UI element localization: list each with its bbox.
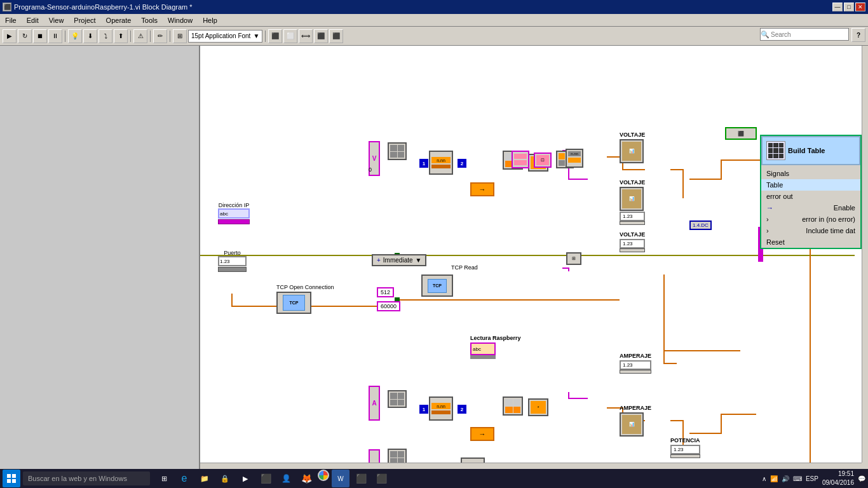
tcp-read-node: TCP [421, 274, 453, 297]
media-player[interactable]: ▶ [236, 470, 254, 487]
help-button[interactable]: ? [851, 28, 865, 42]
menu-file[interactable]: File [0, 15, 22, 25]
top-block-group-1 [388, 142, 407, 160]
abort-button[interactable]: ⏹ [33, 29, 47, 43]
potencia-1-node: POTENCIA 1.23 [670, 437, 700, 458]
separator-4 [170, 30, 170, 42]
pink-block-2: ⊡ [534, 152, 552, 168]
build-table-label: Build Table [788, 147, 825, 154]
enable-arrow: → [766, 204, 773, 212]
lock-screen[interactable]: 🔒 [216, 470, 234, 487]
reorder-button[interactable]: ⬛ [314, 29, 328, 43]
cm-time[interactable]: › Include time dat [761, 225, 860, 236]
a-loop-node: A [369, 386, 380, 421]
cm-signals[interactable]: Signals [761, 168, 860, 179]
chrome[interactable] [318, 470, 329, 481]
amperaje-2-node: AMPERAJE 📊 [620, 405, 651, 437]
app-extra[interactable]: ⬛ [372, 470, 390, 487]
word-app[interactable]: W [332, 470, 349, 487]
a-process-1: * [528, 398, 548, 416]
maximize-button[interactable]: □ [844, 3, 854, 11]
font-label: 15pt Application Font [191, 32, 250, 39]
run-button[interactable]: ▶ [3, 29, 17, 43]
pause-button[interactable]: ⏸ [48, 29, 62, 43]
resize-button[interactable]: ⟺ [299, 29, 313, 43]
puerto-node: Puerto 1.23 [218, 249, 247, 272]
app-1[interactable]: ⬛ [257, 470, 275, 487]
voltaje-1-node: VOLTAJE 📊 [620, 132, 645, 163]
warn-button[interactable]: ⚠ [133, 29, 147, 43]
run-continuously[interactable]: ↻ [18, 29, 32, 43]
tray-icon-1: ∧ [762, 475, 766, 482]
menu-edit[interactable]: Edit [22, 15, 44, 25]
edit-button[interactable]: ✏ [153, 29, 167, 43]
tcp-read-label: TCP Read [451, 264, 478, 271]
system-clock: 19:51 09/04/2016 [822, 470, 854, 487]
sidebar-panel [0, 46, 200, 469]
font-selector[interactable]: 15pt Application Font ▼ [188, 30, 262, 43]
build-table-menu: Build Table Signals Table error out → En… [760, 135, 862, 249]
toolbar: ▶ ↻ ⏹ ⏸ 💡 ⬇ ⤵ ⬆ ⚠ ✏ ⊞ 15pt Application F… [0, 27, 868, 46]
explorer-button[interactable]: 📁 [196, 470, 214, 487]
start-button[interactable] [3, 470, 20, 487]
scroll-corner [862, 463, 868, 469]
horizontal-scrollbar[interactable] [200, 463, 862, 469]
cm-enable[interactable]: → Enable [761, 202, 860, 214]
search-bar: 🔍 [760, 28, 849, 41]
route-button[interactable]: ⬛ [329, 29, 343, 43]
svg-rect-7 [7, 479, 11, 483]
notification-icon[interactable]: 💬 [858, 475, 865, 482]
dotted-block-a1 [503, 396, 523, 416]
edge-browser[interactable]: e [175, 470, 193, 487]
direccion-ip-node: Dirección IP abc [218, 201, 250, 224]
immediate-dropdown[interactable]: + Immediate ▼ [372, 254, 426, 266]
network-icon: 📶 [770, 475, 778, 482]
cm-error-out[interactable]: error out [761, 191, 860, 202]
close-button[interactable]: ✕ [855, 3, 865, 11]
firefox[interactable]: 🦊 [297, 470, 315, 487]
task-icons: ⊞ e 📁 🔒 ▶ ⬛ 👤 🦊 W ⬛ ⬛ [155, 470, 390, 487]
lang-indicator[interactable]: ESP [806, 475, 818, 482]
separator-5 [265, 30, 266, 42]
pink-block-1 [512, 151, 529, 168]
cm-table[interactable]: Table [761, 179, 860, 191]
keyboard-icon: ⌨ [793, 475, 802, 482]
immediate-label: Immediate [383, 257, 413, 264]
title-bar: ⬛ Programa-Sensor-arduinoRaspberry-1.vi … [0, 0, 868, 14]
diagram-canvas[interactable]: Dirección IP abc Puerto 1.23 TCP Open Co… [200, 46, 868, 469]
cm-reset[interactable]: Reset [761, 236, 860, 248]
build-table-connector: ⬛ [725, 127, 757, 140]
table-icon [766, 141, 785, 160]
clean-diagram[interactable]: ⊞ [173, 29, 187, 43]
menu-window[interactable]: Window [163, 15, 198, 25]
menu-project[interactable]: Project [69, 15, 100, 25]
volume-icon: 🔊 [782, 475, 789, 482]
app-2[interactable]: 👤 [277, 470, 295, 487]
vertical-scrollbar[interactable] [862, 46, 868, 463]
orange-arrow-middle: → [470, 427, 494, 441]
font-dropdown-arrow[interactable]: ▼ [253, 32, 259, 39]
labview-app[interactable]: ⬛ [352, 470, 370, 487]
menu-operate[interactable]: Operate [101, 15, 137, 25]
align-button[interactable]: ⬛ [268, 29, 282, 43]
window-title: Programa-Sensor-arduinoRaspberry-1.vi Bl… [14, 3, 193, 11]
search-input[interactable] [770, 31, 839, 38]
menu-view[interactable]: View [44, 15, 69, 25]
highlight-button[interactable]: 💡 [68, 29, 82, 43]
step-into[interactable]: ⬇ [83, 29, 97, 43]
cm-error-in[interactable]: › error in (no error) [761, 214, 860, 225]
menu-tools[interactable]: Tools [136, 15, 163, 25]
menu-help[interactable]: Help [198, 15, 222, 25]
taskbar-search[interactable]: Buscar en la web y en Windows [23, 471, 150, 485]
minimize-button[interactable]: — [832, 3, 843, 11]
immediate-arrow[interactable]: ▼ [416, 257, 422, 264]
step-over[interactable]: ⤵ [98, 29, 112, 43]
taskbar: Buscar en la web y en Windows ⊞ e 📁 🔒 ▶ … [0, 469, 868, 488]
search-icon: 🔍 [761, 30, 770, 39]
step-out[interactable]: ⬆ [114, 29, 128, 43]
puerto-label: Puerto [224, 250, 241, 256]
voltaje-input-block-1: n.nn [566, 149, 583, 168]
distribute-button[interactable]: ⬜ [283, 29, 297, 43]
badge-2-middle: 2 [458, 405, 466, 414]
task-view-button[interactable]: ⊞ [155, 470, 173, 487]
